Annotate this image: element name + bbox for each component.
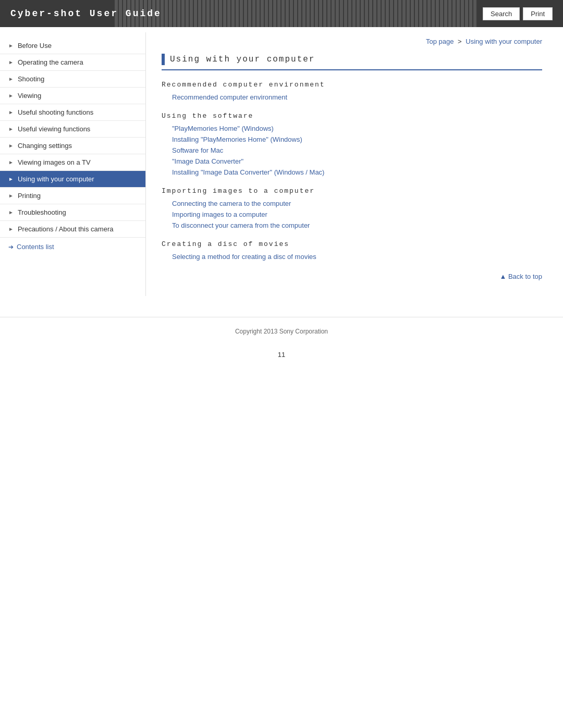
copyright-text: Copyright 2013 Sony Corporation	[235, 328, 328, 335]
heading-bar-decoration	[162, 54, 165, 65]
sidebar-item-shooting[interactable]: ► Shooting	[0, 71, 145, 88]
arrow-icon: ►	[8, 143, 14, 149]
sidebar-item-label: Useful shooting functions	[18, 108, 93, 116]
sidebar-item-label: Changing settings	[18, 142, 72, 150]
print-button[interactable]: Print	[523, 7, 553, 20]
sidebar-item-label: Using with your computer	[18, 175, 94, 183]
arrow-icon: ►	[8, 226, 14, 232]
sidebar-item-operating-camera[interactable]: ► Operating the camera	[0, 54, 145, 71]
sidebar-item-useful-viewing[interactable]: ► Useful viewing functions	[0, 121, 145, 138]
header-stripe-decoration	[115, 0, 480, 27]
section-links-using-software: "PlayMemories Home" (Windows) Installing…	[162, 123, 542, 178]
sidebar-item-label: Viewing images on a TV	[18, 158, 91, 166]
link-disconnect-camera[interactable]: To disconnect your camera from the compu…	[172, 220, 542, 231]
sidebar-item-using-computer[interactable]: ► Using with your computer	[0, 171, 145, 188]
link-installing-image-data[interactable]: Installing "Image Data Converter" (Windo…	[172, 167, 542, 178]
sidebar-item-label: Shooting	[18, 75, 44, 83]
section-recommended-env: Recommended computer environment Recomme…	[162, 81, 542, 103]
sidebar-item-label: Precautions / About this camera	[18, 225, 114, 233]
link-playmemories-windows[interactable]: "PlayMemories Home" (Windows)	[172, 123, 542, 134]
sidebar-item-label: Operating the camera	[18, 58, 83, 66]
triangle-up-icon: ▲	[499, 273, 508, 280]
section-title-importing-images: Importing images to a computer	[162, 187, 542, 195]
section-title-creating-disc: Creating a disc of movies	[162, 240, 542, 248]
back-to-top-label: Back to top	[508, 273, 542, 280]
main-layout: ► Before Use ► Operating the camera ► Sh…	[0, 27, 563, 301]
header: Cyber-shot User Guide	[0, 0, 563, 27]
sidebar-item-troubleshooting[interactable]: ► Troubleshooting	[0, 204, 145, 221]
link-importing-images[interactable]: Importing images to a computer	[172, 209, 542, 220]
link-connecting-camera[interactable]: Connecting the camera to the computer	[172, 198, 542, 209]
page-heading: Using with your computer	[162, 54, 542, 70]
contents-link-label: Contents list	[17, 243, 54, 251]
breadcrumb-current: Using with your computer	[466, 38, 542, 45]
back-to-top-link[interactable]: ▲ Back to top	[499, 273, 542, 280]
sidebar-item-label: Useful viewing functions	[18, 125, 90, 133]
link-software-mac[interactable]: Software for Mac	[172, 145, 542, 156]
breadcrumb-separator: >	[458, 38, 462, 45]
link-image-data-converter[interactable]: "Image Data Converter"	[172, 156, 542, 167]
sidebar-item-label: Printing	[18, 192, 41, 200]
sidebar-item-label: Before Use	[18, 42, 52, 50]
right-arrow-icon: ➔	[8, 243, 14, 251]
arrow-icon: ►	[8, 209, 14, 215]
section-using-software: Using the software "PlayMemories Home" (…	[162, 112, 542, 178]
sidebar-item-label: Viewing	[18, 92, 41, 100]
sidebar-item-viewing[interactable]: ► Viewing	[0, 88, 145, 104]
sidebar-item-label: Troubleshooting	[18, 208, 66, 216]
sidebar-item-viewing-tv[interactable]: ► Viewing images on a TV	[0, 154, 145, 171]
section-links-recommended-env: Recommended computer environment	[162, 92, 542, 103]
sidebar-item-precautions[interactable]: ► Precautions / About this camera	[0, 221, 145, 238]
section-title-recommended-env: Recommended computer environment	[162, 81, 542, 89]
sidebar-item-useful-shooting[interactable]: ► Useful shooting functions	[0, 104, 145, 121]
search-button[interactable]: Search	[483, 7, 520, 20]
arrow-icon: ►	[8, 59, 14, 65]
header-buttons: Search Print	[483, 7, 553, 20]
arrow-icon: ►	[8, 76, 14, 82]
sidebar-item-printing[interactable]: ► Printing	[0, 188, 145, 204]
section-importing-images: Importing images to a computer Connectin…	[162, 187, 542, 231]
breadcrumb: Top page > Using with your computer	[162, 38, 542, 45]
arrow-icon: ►	[8, 159, 14, 165]
page-title: Using with your computer	[170, 55, 315, 64]
footer: Copyright 2013 Sony Corporation	[0, 317, 563, 346]
arrow-icon: ►	[8, 126, 14, 132]
section-links-importing-images: Connecting the camera to the computer Im…	[162, 198, 542, 231]
breadcrumb-top-link[interactable]: Top page	[426, 38, 454, 45]
content-area: Top page > Using with your computer Usin…	[146, 32, 563, 296]
arrow-icon: ►	[8, 43, 14, 48]
sidebar: ► Before Use ► Operating the camera ► Sh…	[0, 32, 146, 296]
section-links-creating-disc: Selecting a method for creating a disc o…	[162, 251, 542, 262]
arrow-icon: ►	[8, 93, 14, 98]
arrow-icon: ►	[8, 109, 14, 115]
sidebar-item-changing-settings[interactable]: ► Changing settings	[0, 138, 145, 154]
page-number: 11	[0, 346, 563, 364]
back-to-top: ▲ Back to top	[162, 273, 542, 280]
link-rec-env[interactable]: Recommended computer environment	[172, 92, 542, 103]
link-installing-playmemories[interactable]: Installing "PlayMemories Home" (Windows)	[172, 134, 542, 145]
arrow-icon: ►	[8, 193, 14, 199]
section-title-using-software: Using the software	[162, 112, 542, 120]
arrow-icon: ►	[8, 176, 14, 182]
link-selecting-method[interactable]: Selecting a method for creating a disc o…	[172, 251, 542, 262]
sidebar-item-before-use[interactable]: ► Before Use	[0, 38, 145, 54]
section-creating-disc: Creating a disc of movies Selecting a me…	[162, 240, 542, 262]
contents-list-link[interactable]: ➔ Contents list	[0, 238, 145, 256]
